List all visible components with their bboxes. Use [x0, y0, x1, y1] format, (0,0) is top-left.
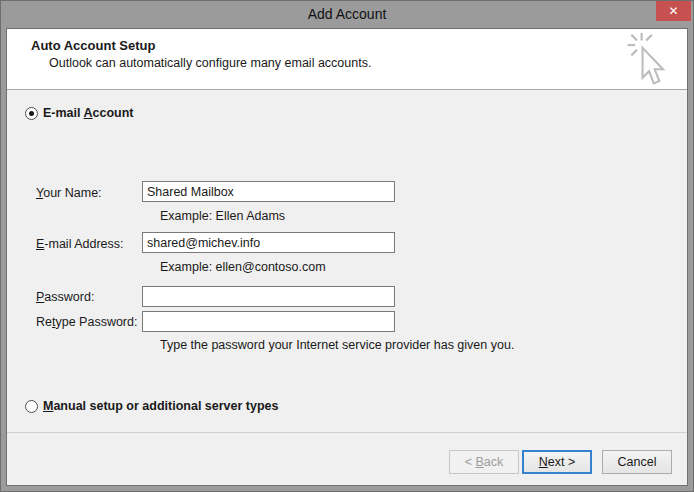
next-button[interactable]: Next > [522, 450, 592, 474]
password-hint: Type the password your Internet service … [160, 338, 514, 352]
close-button[interactable]: ✕ [656, 1, 691, 21]
cancel-button[interactable]: Cancel [602, 450, 672, 474]
email-address-input[interactable] [142, 232, 395, 253]
retype-password-input[interactable] [142, 311, 395, 332]
title-bar[interactable]: Add Account [0, 0, 694, 28]
email-address-example: Example: ellen@contoso.com [160, 260, 326, 274]
email-account-radio[interactable] [25, 107, 38, 120]
manual-setup-label: Manual setup or additional server types [43, 399, 279, 413]
button-bar: < Back Next > Cancel [7, 432, 687, 485]
back-button[interactable]: < Back [449, 450, 519, 474]
add-account-dialog: Add Account ✕ Auto Account Setup Outlook… [0, 0, 694, 492]
wizard-header: Auto Account Setup Outlook can automatic… [7, 29, 687, 90]
manual-setup-radio[interactable] [25, 400, 38, 413]
your-name-label: Your Name: [36, 186, 102, 200]
radio-row-manual-setup[interactable]: Manual setup or additional server types [25, 399, 279, 413]
dialog-surface: Auto Account Setup Outlook can automatic… [6, 28, 688, 486]
sparkle-cursor-icon [622, 32, 678, 92]
your-name-input[interactable] [142, 181, 395, 202]
page-title: Auto Account Setup [31, 38, 155, 53]
email-address-label: E-mail Address: [36, 237, 124, 251]
close-icon: ✕ [668, 4, 678, 18]
password-label: Password: [36, 290, 94, 304]
radio-dot [29, 111, 34, 116]
email-account-label: E-mail Account [43, 106, 134, 120]
your-name-example: Example: Ellen Adams [160, 209, 285, 223]
retype-password-label: Retype Password: [36, 315, 137, 329]
password-input[interactable] [142, 286, 395, 307]
radio-row-email-account[interactable]: E-mail Account [25, 106, 134, 120]
window-title: Add Account [308, 6, 387, 22]
page-subtitle: Outlook can automatically configure many… [49, 56, 371, 70]
